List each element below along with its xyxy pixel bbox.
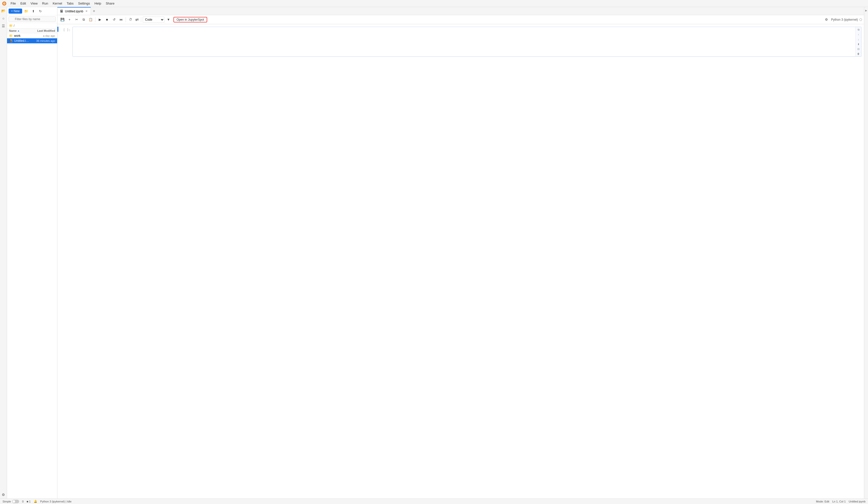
menu-share[interactable]: Share [104, 1, 116, 6]
kernel-status-label[interactable]: Python 3 (ipykernel) | Idle [40, 500, 72, 503]
copy-cell-button[interactable]: ⧉ [81, 17, 86, 23]
add-tab-button[interactable]: + [91, 7, 97, 15]
kernel-status-indicator [859, 18, 862, 21]
tab-notebook[interactable]: 📓 Untitled.ipynb ✕ [58, 7, 91, 15]
menu-help[interactable]: Help [92, 1, 103, 6]
folder-item-icon: 📁 [9, 34, 13, 38]
upload-button[interactable]: ⬆ [30, 8, 36, 14]
menu-run[interactable]: Run [40, 1, 50, 6]
paste-cell-button[interactable]: 📋 [87, 17, 94, 23]
status-zero: 0 [22, 500, 24, 503]
file-item-modified: 36 minutes ago [30, 39, 55, 42]
simple-label: Simple [2, 500, 11, 503]
list-item[interactable]: 📁 work a day ago [7, 33, 57, 38]
cell-body: ⧉ ↑ ↓ ⬇ ⊡ 🗑 [72, 27, 861, 57]
kernel-info: ⚙ Python 3 (ipykernel) [824, 17, 862, 23]
cell-type-select[interactable]: Code Markdown Raw [143, 17, 164, 23]
filename-label: Untitled.ipynb [849, 500, 866, 503]
new-button[interactable]: + + New New [9, 9, 22, 13]
file-panel: + + New New 📁 ⬆ ↻ 🔍 📁 / Name ▲ Last Modi… [7, 7, 58, 498]
list-item[interactable]: 📓 Untitled.ip... 36 minutes ago [7, 38, 57, 43]
cell-delete-button[interactable]: 🗑 [856, 51, 861, 56]
sidebar-extension-btn[interactable]: ⚙ [1, 492, 6, 497]
git-button[interactable]: git [134, 17, 140, 23]
toggle-switch[interactable] [12, 500, 19, 503]
status-bar: Simple 0 ■ 1 🔔 Python 3 (ipykernel) | Id… [0, 498, 868, 504]
menu-settings[interactable]: Settings [76, 1, 92, 6]
file-item-name: Untitled.ip... [14, 39, 30, 43]
cell-actions: ⧉ ↑ ↓ ⬇ ⊡ 🗑 [855, 27, 861, 57]
menubar: File Edit View Run Kernel Tabs Settings … [0, 0, 868, 7]
name-column-header[interactable]: Name ▲ [9, 29, 30, 32]
modified-column-header[interactable]: Last Modified [30, 29, 55, 32]
save-button[interactable]: 💾 [59, 17, 65, 23]
status-one: ■ 1 [27, 500, 31, 503]
plus-icon: + [11, 9, 13, 13]
cell-type-dropdown-button[interactable]: ▼ [165, 17, 172, 23]
menu-edit[interactable]: Edit [18, 1, 28, 6]
file-item-modified: a day ago [30, 34, 55, 37]
notebook-area: 📓 Untitled.ipynb ✕ + 💾 + ✂ ⧉ 📋 ▶ ■ ↺ ⏭ ⏱… [58, 7, 864, 498]
notebook-item-icon: 📓 [9, 39, 13, 43]
run-cell-button[interactable]: ▶ [97, 17, 103, 23]
file-item-name: work [14, 34, 30, 38]
cell-editor[interactable] [73, 27, 855, 57]
search-container: 🔍 [7, 16, 57, 23]
notebook-toolbar: 💾 + ✂ ⧉ 📋 ▶ ■ ↺ ⏭ ⏱ git Code Markdown Ra… [58, 15, 864, 24]
cell-move-up-button[interactable]: ↑ [856, 32, 861, 37]
cursor-label: Ln 1, Col 1 [832, 500, 846, 503]
status-right: Mode: Edit Ln 1, Col 1 Untitled.ipynb [816, 500, 866, 503]
kernel-settings-button[interactable]: ⚙ [824, 17, 829, 23]
kernel-label: Python 3 (ipykernel) [831, 18, 858, 21]
search-input[interactable] [9, 17, 56, 22]
cell-download-button[interactable]: ⬇ [856, 42, 861, 47]
file-panel-toolbar: + + New New 📁 ⬆ ↻ [7, 7, 57, 16]
cell-input: ⧉ ↑ ↓ ⬇ ⊡ 🗑 [73, 27, 861, 57]
history-button[interactable]: ⏱ [127, 17, 133, 23]
logo-icon [2, 1, 7, 6]
menu-kernel[interactable]: Kernel [51, 1, 64, 6]
open-folder-button[interactable]: 📁 [23, 8, 29, 14]
cell-row: [ ]: ⧉ ↑ ↓ ⬇ ⊡ 🗑 [58, 27, 864, 57]
menu-view[interactable]: View [29, 1, 40, 6]
refresh-button[interactable]: ↻ [37, 8, 43, 14]
right-sidebar-toggle[interactable]: ▶ [864, 7, 868, 498]
cell-copy-button[interactable]: ⧉ [856, 28, 861, 32]
menu-file[interactable]: File [9, 1, 18, 6]
file-list-header: Name ▲ Last Modified [7, 29, 57, 33]
breadcrumb[interactable]: 📁 / [7, 23, 57, 29]
toolbar-separator-1 [95, 17, 95, 22]
restart-button[interactable]: ↺ [111, 17, 117, 23]
notebook-content: [ ]: ⧉ ↑ ↓ ⬇ ⊡ 🗑 [58, 24, 864, 498]
open-jupyterspot-button[interactable]: Open in JupyterSpot [174, 17, 207, 22]
svg-point-2 [4, 3, 5, 4]
icon-sidebar: 📂 ○ ☰ ⚙ [0, 7, 7, 498]
interrupt-button[interactable]: ■ [104, 17, 110, 23]
cell-move-down-button[interactable]: ↓ [856, 37, 861, 42]
tab-close-button[interactable]: ✕ [85, 9, 88, 13]
bell-icon[interactable]: 🔔 [34, 500, 37, 503]
sidebar-search-btn[interactable]: ○ [1, 16, 6, 21]
run-all-button[interactable]: ⏭ [118, 17, 124, 23]
notebook-tab-icon: 📓 [60, 10, 63, 13]
tab-label: Untitled.ipynb [65, 10, 83, 13]
cut-cell-button[interactable]: ✂ [73, 17, 80, 23]
file-list: 📁 work a day ago 📓 Untitled.ip... 36 min… [7, 33, 57, 498]
menu-tabs[interactable]: Tabs [65, 1, 75, 6]
mode-label: Mode: Edit [816, 500, 829, 503]
sidebar-list-btn[interactable]: ☰ [1, 23, 6, 29]
add-cell-button[interactable]: + [66, 17, 72, 23]
toggle-knob [13, 500, 15, 503]
right-sidebar-icon: ▶ [865, 9, 867, 12]
tab-bar: 📓 Untitled.ipynb ✕ + [58, 7, 864, 15]
cell-mirror-button[interactable]: ⊡ [856, 47, 861, 51]
cell-gutter: [ ]: [58, 27, 72, 32]
toolbar-separator-3 [141, 17, 141, 22]
status-mode-toggle[interactable]: Simple [2, 500, 19, 503]
sidebar-folder-btn[interactable]: 📂 [1, 8, 6, 13]
